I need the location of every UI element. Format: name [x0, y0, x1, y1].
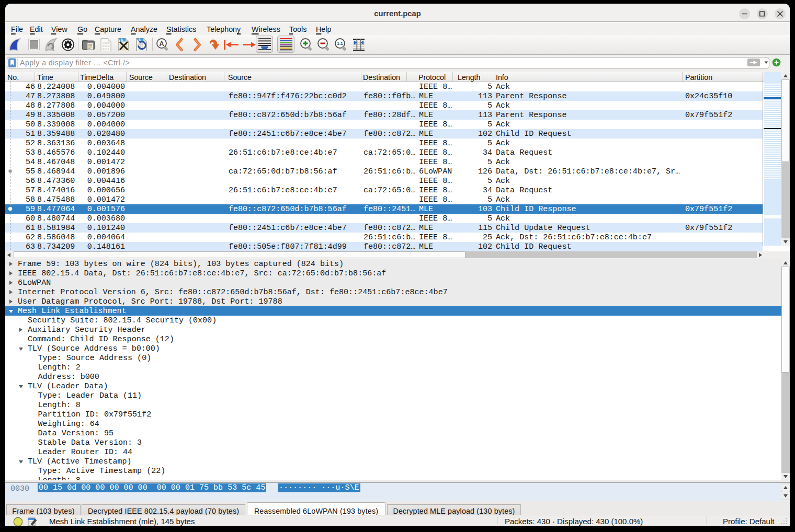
- svg-text:1:1: 1:1: [337, 41, 343, 46]
- svg-text:0111: 0111: [103, 48, 110, 51]
- svg-text:A: A: [159, 40, 164, 48]
